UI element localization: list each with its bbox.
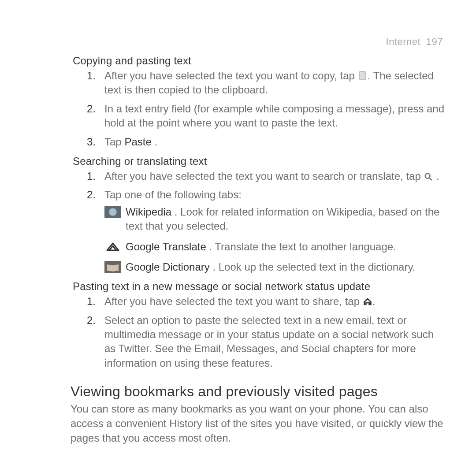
step-text: Tap one of the following tabs: (104, 189, 242, 201)
svg-marker-8 (113, 264, 119, 271)
document-page: Internet 197 Copying and pasting text Af… (0, 0, 476, 476)
tab-dictionary: Google Dictionary . Look up the selected… (104, 260, 445, 274)
svg-marker-7 (107, 264, 113, 271)
steps-list: After you have selected the text you wan… (104, 69, 445, 149)
tab-wikipedia: Wikipedia . Look for related information… (104, 205, 445, 234)
step-item: Tap Paste . (104, 135, 445, 149)
section-body: You can store as many bookmarks as you w… (71, 402, 445, 445)
translate-icon (104, 241, 121, 253)
step-item: Select an option to paste the selected t… (104, 313, 445, 371)
steps-list: After you have selected the text you wan… (104, 294, 445, 370)
paste-label: Paste (124, 136, 151, 148)
step-text: After you have selected the text you wan… (104, 170, 424, 182)
step-text: . (372, 295, 376, 307)
step-text: After you have selected the text you wan… (104, 70, 358, 82)
step-text: . (152, 136, 157, 148)
share-icon (363, 296, 372, 307)
dictionary-icon (104, 261, 121, 273)
svg-line-3 (430, 178, 432, 180)
tab-label: Google Dictionary (126, 261, 210, 273)
section-heading: Copying and pasting text (73, 55, 445, 67)
step-item: In a text entry field (for example while… (104, 102, 445, 130)
step-text: In a text entry field (for example while… (104, 103, 444, 129)
tabs-list: Wikipedia . Look for related information… (104, 205, 445, 275)
step-item: After you have selected the text you wan… (104, 294, 445, 309)
step-item: Tap one of the following tabs: Wikipedia… (104, 188, 445, 274)
section-heading: Searching or translating text (73, 155, 445, 167)
tab-desc: . Translate the text to another language… (206, 241, 396, 253)
chapter-label: Internet (386, 36, 421, 47)
magnifier-icon (424, 171, 433, 182)
step-text: After you have selected the text you wan… (104, 295, 363, 307)
section-heading: Pasting text in a new message or social … (73, 280, 445, 293)
step-text: Select an option to paste the selected t… (104, 314, 434, 369)
copy-icon (358, 71, 368, 81)
wikipedia-icon (104, 206, 121, 218)
step-item: After you have selected the text you wan… (104, 69, 445, 97)
tab-label: Google Translate (126, 241, 206, 253)
step-text: . (433, 170, 439, 182)
tab-label: Wikipedia (126, 206, 171, 218)
svg-point-5 (109, 208, 117, 216)
step-text: Tap (104, 136, 124, 148)
section-searching: Searching or translating text After you … (73, 155, 445, 274)
step-item: After you have selected the text you wan… (104, 169, 445, 183)
steps-list: After you have selected the text you wan… (104, 169, 445, 274)
section-copying: Copying and pasting text After you have … (73, 55, 445, 149)
page-number: 197 (426, 36, 443, 47)
tab-translate: Google Translate . Translate the text to… (104, 240, 445, 254)
section-viewing: Viewing bookmarks and previously visited… (73, 383, 445, 445)
page-header: Internet 197 (386, 36, 443, 48)
section-pasting: Pasting text in a new message or social … (73, 280, 445, 370)
section-heading: Viewing bookmarks and previously visited… (71, 383, 445, 400)
tab-desc: . Look for related information on Wikipe… (126, 206, 439, 232)
tab-desc: . Look up the selected text in the dicti… (210, 261, 416, 273)
